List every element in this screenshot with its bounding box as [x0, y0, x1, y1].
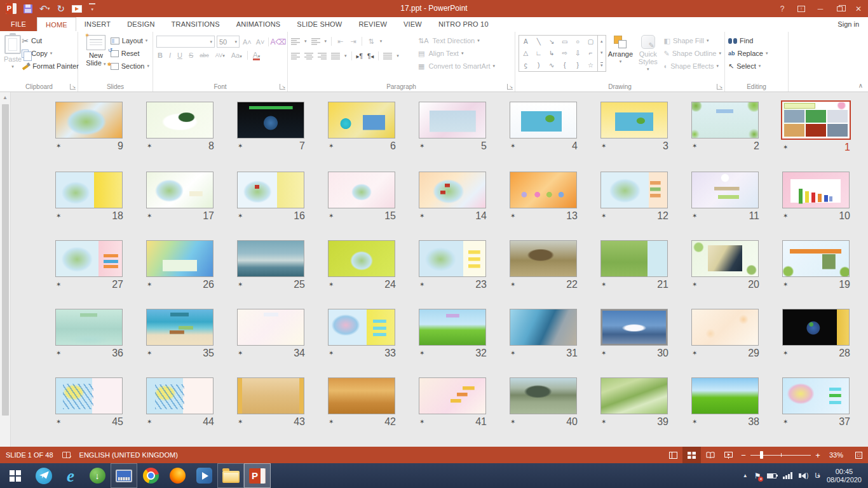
slide-cell-30[interactable]: ✶30: [600, 309, 669, 360]
quick-styles-button[interactable]: Quick Styles▾: [635, 34, 661, 81]
slide-thumbnail-25[interactable]: [237, 240, 304, 277]
ribbon-display-options-button[interactable]: ↑: [792, 0, 811, 17]
slide-cell-36[interactable]: ✶36: [55, 309, 124, 360]
slide-thumbnail-12[interactable]: [600, 172, 668, 208]
help-button[interactable]: ?: [773, 0, 792, 17]
slide-cell-45[interactable]: ✶45: [55, 377, 124, 429]
slide-cell-11[interactable]: ✶11: [691, 172, 760, 223]
zoom-out-button[interactable]: −: [738, 451, 749, 460]
slide-thumbnail-3[interactable]: [600, 102, 668, 139]
slide-thumbnail-42[interactable]: [328, 377, 395, 414]
align-left-button[interactable]: [291, 53, 300, 60]
slide-cell-18[interactable]: ✶18: [55, 172, 124, 223]
language-indicator[interactable]: ENGLISH (UNITED KINGDOM): [79, 451, 178, 459]
slide-thumbnail-7[interactable]: [237, 102, 304, 139]
italic-button[interactable]: I: [168, 51, 172, 59]
convert-to-smartart-button[interactable]: ▦Convert to SmartArt▾: [417, 61, 495, 71]
slide-cell-3[interactable]: ✶3: [600, 102, 669, 154]
taskbar-button-internet-explorer[interactable]: e: [57, 463, 84, 488]
slide-thumbnail-27[interactable]: [55, 240, 123, 277]
select-button[interactable]: ↖Select▾: [728, 61, 768, 71]
taskbar-button-idm[interactable]: ↓: [84, 463, 111, 488]
slide-cell-28[interactable]: ✶28: [782, 309, 851, 360]
slide-cell-10[interactable]: ✶10: [782, 172, 851, 223]
spell-check-icon[interactable]: [62, 452, 71, 458]
taskbar-button-on-screen-keyboard[interactable]: [111, 463, 137, 488]
zoom-slider-thumb[interactable]: [760, 451, 763, 459]
section-button[interactable]: Section▾: [111, 61, 149, 71]
replace-button[interactable]: abReplace▾: [728, 48, 768, 58]
slide-thumbnail-29[interactable]: [691, 309, 759, 346]
slide-thumbnail-8[interactable]: [146, 102, 214, 139]
vertical-scrollbar[interactable]: ▲: [0, 92, 11, 447]
taskbar-button-file-explorer[interactable]: [217, 463, 244, 488]
redo-button[interactable]: ↻: [57, 3, 65, 15]
slide-cell-37[interactable]: ✶37: [782, 377, 851, 429]
slide-cell-2[interactable]: ✶2: [691, 102, 760, 154]
slide-cell-21[interactable]: ✶21: [600, 240, 669, 292]
slide-cell-38[interactable]: ✶38: [691, 377, 760, 429]
decrease-indent-button[interactable]: ⇤: [336, 37, 344, 46]
slide-thumbnail-37[interactable]: [782, 377, 850, 414]
left-to-right-button[interactable]: ▸¶: [356, 53, 363, 60]
slide-thumbnail-17[interactable]: [146, 172, 214, 208]
taskbar-button-firefox[interactable]: [164, 463, 191, 488]
slide-thumbnail-44[interactable]: [146, 377, 214, 414]
customize-quick-access-icon[interactable]: ▾: [89, 3, 95, 15]
shape-outline-button[interactable]: ✎Shape Outline▾: [664, 48, 721, 58]
shape-glyph-11[interactable]: ⌐: [589, 50, 593, 57]
bullets-icon[interactable]: [291, 38, 300, 45]
shape-glyph-17[interactable]: ☆: [588, 62, 593, 69]
drawing-dialog-launcher[interactable]: ↘: [717, 84, 722, 90]
align-text-button[interactable]: ▤Align Text▾: [417, 48, 495, 58]
text-direction-button[interactable]: ⇅AText Direction▾: [417, 36, 495, 46]
slide-cell-15[interactable]: ✶15: [328, 172, 397, 223]
slide-cell-20[interactable]: ✶20: [691, 240, 760, 292]
find-button[interactable]: Find: [728, 36, 768, 46]
collapse-ribbon-button[interactable]: ∧: [858, 82, 863, 89]
slide-show-button[interactable]: [719, 447, 738, 463]
slide-sorter-view-button[interactable]: [682, 447, 701, 463]
slide-thumbnail-39[interactable]: [600, 377, 668, 414]
shape-glyph-13[interactable]: ): [538, 62, 539, 69]
slide-thumbnail-30[interactable]: [600, 309, 668, 346]
volume-icon[interactable]: ): [799, 472, 808, 479]
slide-thumbnail-40[interactable]: [510, 377, 577, 414]
grow-font-button[interactable]: A˄: [241, 38, 253, 46]
slide-cell-40[interactable]: ✶40: [510, 377, 578, 429]
taskbar-button-chrome[interactable]: [137, 463, 164, 488]
slide-cell-39[interactable]: ✶39: [600, 377, 669, 429]
slide-cell-6[interactable]: ✶6: [328, 102, 397, 154]
right-to-left-button[interactable]: ¶◂: [367, 53, 374, 60]
slide-cell-1[interactable]: ✶1: [782, 102, 851, 154]
arrange-button[interactable]: Arrange▾: [606, 34, 635, 81]
shape-glyph-12[interactable]: ϛ: [524, 62, 527, 69]
slide-cell-5[interactable]: ✶5: [419, 102, 487, 154]
tab-design[interactable]: DESIGN: [119, 17, 163, 31]
fit-slide-to-window-button[interactable]: [849, 447, 868, 463]
shrink-font-button[interactable]: A˅: [255, 38, 266, 46]
sign-in-link[interactable]: Sign in: [837, 17, 868, 31]
slide-thumbnail-32[interactable]: [419, 309, 486, 346]
shape-glyph-9[interactable]: ⇨: [562, 50, 567, 57]
shape-gallery[interactable]: A╲↘▭○▢△∟↳⇨⇩⌐ϛ)∿{}☆ ▴▾▾: [519, 35, 606, 72]
zoom-level[interactable]: 33%: [824, 451, 849, 459]
slide-thumbnail-18[interactable]: [55, 172, 123, 208]
battery-icon[interactable]: [767, 473, 776, 478]
slide-cell-23[interactable]: ✶23: [419, 240, 487, 292]
slide-cell-43[interactable]: ✶43: [237, 377, 306, 429]
scroll-up-icon[interactable]: ▲: [0, 92, 10, 103]
increase-indent-button[interactable]: ⇥: [349, 37, 357, 46]
strikethrough-button[interactable]: S: [187, 51, 194, 59]
slide-cell-31[interactable]: ✶31: [510, 309, 578, 360]
slide-thumbnail-31[interactable]: [510, 309, 577, 346]
slide-thumbnail-9[interactable]: [55, 102, 123, 139]
slide-cell-35[interactable]: ✶35: [146, 309, 215, 360]
tab-nitro-pro-10[interactable]: NITRO PRO 10: [430, 17, 497, 31]
clock[interactable]: 00:45 08/04/2020: [827, 468, 862, 484]
slide-cell-32[interactable]: ✶32: [419, 309, 487, 360]
undo-button[interactable]: ↶▾: [39, 3, 50, 15]
slide-thumbnail-36[interactable]: [55, 309, 123, 346]
taskbar-button-start[interactable]: [0, 463, 31, 488]
font-size-select[interactable]: 50▾: [217, 36, 240, 48]
